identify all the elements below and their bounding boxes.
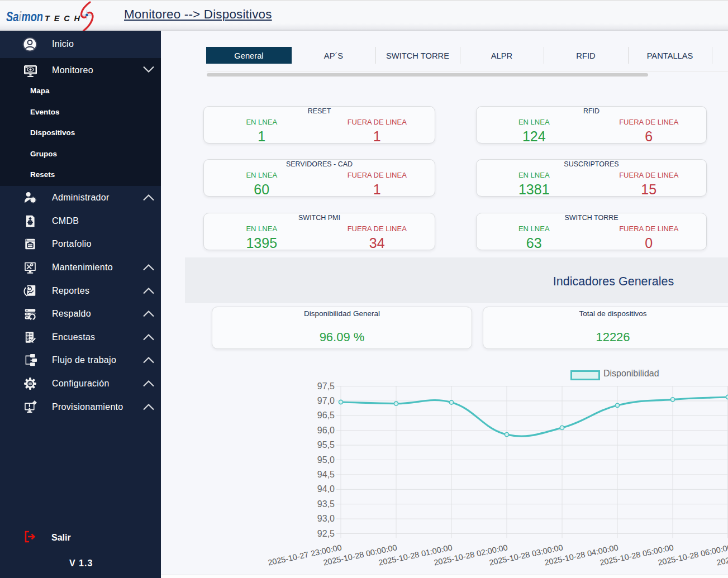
svg-text:Saimon: Saimon xyxy=(6,9,43,24)
svg-text:TECH: TECH xyxy=(45,14,80,23)
